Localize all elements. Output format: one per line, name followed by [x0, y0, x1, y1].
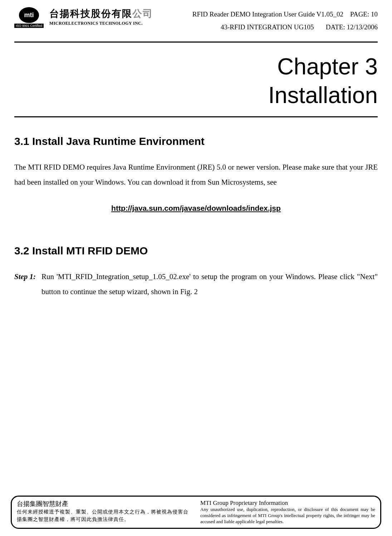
doc-title: RFID Reader DEMO Integration User Guide …: [192, 10, 343, 18]
company-name-cn-main: 台揚科技股份有限: [49, 8, 132, 19]
iso-badge: ISO 9001 Certified: [14, 24, 44, 28]
footer-body-en: Any unauthorized use, duplication, repro…: [200, 507, 375, 525]
footer-body-cn: 任何未經授權逕予複製、重製、公開或使用本文之行為，將被視為侵害台揚集團之智慧財產…: [17, 508, 192, 523]
section-3-1-heading: 3.1 Install Java Runtime Environment: [14, 135, 378, 147]
company-name-en: MICROELECTRONICS TECHNOLOGY INC.: [49, 21, 153, 26]
footer-title-cn: 台揚集團智慧財產: [17, 500, 192, 508]
chapter-title-block: Chapter 3 Installation: [0, 43, 392, 112]
step-1-label: Step 1:: [14, 269, 36, 299]
page-label: PAGE: 10: [350, 10, 378, 18]
doc-title-row: RFID Reader DEMO Integration User Guide …: [192, 8, 378, 21]
footer-title-en: MTI Group Proprietary Information: [200, 500, 375, 507]
logo-block: mti ISO 9001 Certified: [14, 7, 44, 28]
jre-download-link[interactable]: http://java.sun.com/javase/downloads/ind…: [14, 204, 378, 213]
chapter-title: Installation: [14, 82, 378, 108]
step-1-body: Run 'MTI_RFID_Integration_setup_1.05_02.…: [41, 269, 378, 299]
company-name-cn: 台揚科技股份有限公司: [49, 7, 153, 20]
footer-col-en: MTI Group Proprietary Information Any un…: [200, 500, 375, 525]
header-left: mti ISO 9001 Certified 台揚科技股份有限公司 MICROE…: [14, 7, 153, 34]
section-3-2: 3.2 Install MTI RFID DEMO Step 1: Run 'M…: [0, 213, 392, 299]
footer-col-cn: 台揚集團智慧財產 任何未經授權逕予複製、重製、公開或使用本文之行為，將被視為侵害…: [17, 500, 192, 525]
company-logo-icon: mti: [19, 7, 39, 23]
logo-text: mti: [24, 11, 34, 19]
step-1: Step 1: Run 'MTI_RFID_Integration_setup_…: [14, 269, 378, 299]
section-3-2-heading: 3.2 Install MTI RFID DEMO: [14, 245, 378, 257]
date-label: DATE: 12/13/2006: [326, 23, 378, 31]
page-footer: 台揚集團智慧財產 任何未經授權逕予複製、重製、公開或使用本文之行為，將被視為侵害…: [11, 496, 381, 529]
section-3-1-body: The MTI RFID DEMO requires Java Runtime …: [14, 160, 378, 190]
company-block: 台揚科技股份有限公司 MICROELECTRONICS TECHNOLOGY I…: [49, 7, 153, 26]
company-name-cn-suffix: 公司: [132, 8, 153, 19]
doc-code: 43-RFID INTEGRATION UG105: [221, 23, 314, 31]
doc-code-row: 43-RFID INTEGRATION UG105 DATE: 12/13/20…: [192, 21, 378, 34]
header-right: RFID Reader DEMO Integration User Guide …: [192, 7, 378, 34]
page-header: mti ISO 9001 Certified 台揚科技股份有限公司 MICROE…: [0, 0, 392, 37]
section-3-1: 3.1 Install Java Runtime Environment The…: [0, 117, 392, 213]
chapter-number: Chapter 3: [14, 53, 378, 80]
